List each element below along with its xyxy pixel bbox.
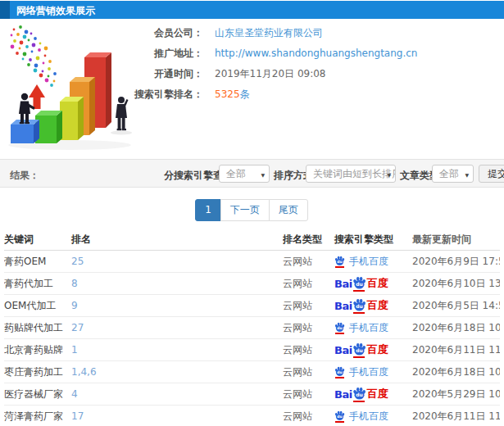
keyword-cell: 枣庄膏药加工 (4, 365, 70, 379)
rank-link[interactable]: 4 (71, 388, 78, 400)
rank-link[interactable]: 17 (71, 410, 84, 422)
keyword-cell: 医疗器械厂家 (4, 387, 70, 401)
chevron-down-icon: ▼ (261, 172, 265, 178)
confetti-dots (11, 25, 57, 87)
rank-link[interactable]: 25 (71, 256, 84, 267)
engine-select-value: 全部 (226, 167, 246, 181)
engine-cell: du 手机百度 (328, 255, 412, 269)
engine-cell: Bai du 百度 (328, 387, 412, 402)
svg-text:du: du (356, 281, 363, 287)
baidu-paw-icon: du (352, 298, 366, 312)
chevron-down-icon: ▼ (387, 172, 391, 178)
sort-select[interactable]: 关键词由短到长排序 ▼ (306, 165, 396, 183)
rank-cell: 4 (70, 388, 283, 400)
baidu-logo: Bai du 百度 (334, 387, 388, 402)
rank-link[interactable]: 1,4,6 (71, 366, 97, 378)
svg-text:du: du (356, 392, 363, 397)
baidu-paw-icon: du (334, 322, 345, 333)
rank-type-cell: 云网站 (283, 365, 328, 379)
keyword-cell: 药贴牌代加工 (4, 321, 70, 335)
rank-type-cell: 云网站 (283, 343, 328, 357)
mobile-baidu-logo: du 手机百度 (334, 255, 388, 269)
filter-bar: 结果： 分搜索引擎查看 全部 ▼ 排序方式 关键词由短到长排序 ▼ 文章类型 全… (0, 159, 504, 188)
pagination: 1 下一页 尾页 (0, 199, 504, 221)
page-last-button[interactable]: 尾页 (269, 199, 308, 221)
baidu-paw-icon: du (334, 366, 345, 377)
svg-text:du: du (356, 347, 363, 353)
time-cell: 2020年6月18日 10:25 (412, 321, 500, 335)
time-cell: 2020年6月11日 11:40 (412, 410, 500, 424)
keyword-cell: 膏药代加工 (4, 277, 70, 291)
baidu-logo: Bai du 百度 (334, 276, 388, 292)
time-cell: 2020年6月9日 17:50 (412, 255, 500, 269)
keyword-cell: 北京膏药贴牌 (4, 343, 70, 357)
rank-cell: 25 (70, 256, 283, 267)
rank-type-cell: 云网站 (283, 410, 328, 424)
rank-link[interactable]: 8 (71, 278, 78, 289)
rank-link[interactable]: 27 (71, 322, 84, 333)
promo-url-label: 推广地址： (115, 48, 203, 59)
table-header-row: 关键词 排名 排名类型 搜索引擎类型 最新更新时间 (4, 229, 500, 251)
svg-text:du: du (356, 303, 363, 309)
time-cell: 2020年6月18日 10:19 (412, 365, 500, 379)
engine-cell: Bai du 百度 (328, 342, 412, 358)
mobile-baidu-logo: du 手机百度 (334, 321, 388, 335)
mobile-baidu-logo: du 手机百度 (334, 365, 388, 379)
rank-link[interactable]: 1 (71, 344, 78, 356)
table-row: 医疗器械厂家 4 云网站 Bai du 百度 2020年5月29日 10:32 (4, 383, 500, 406)
info-row-url: 推广地址： http://www.shandonghuangshengtang.… (115, 48, 500, 59)
rank-type-cell: 云网站 (283, 321, 328, 335)
engine-select[interactable]: 全部 ▼ (219, 165, 270, 183)
table-row: 北京膏药贴牌 1 云网站 Bai du 百度 2020年6月11日 11:18 (4, 339, 500, 361)
mobile-baidu-logo: du 手机百度 (334, 410, 388, 424)
article-type-select[interactable]: 全部 ▼ (432, 165, 474, 183)
engine-cell: Bai du 百度 (328, 298, 412, 314)
floor-shadow (111, 131, 132, 135)
promo-url-link[interactable]: http://www.shandonghuangshengtang.cn (215, 48, 417, 59)
businessman-left (19, 93, 35, 124)
rank-cell: 1,4,6 (70, 366, 283, 378)
sort-select-value: 关键词由短到长排序 (313, 167, 396, 181)
table-row: OEM代加工 9 云网站 Bai du 百度 2020年6月5日 14:57 (4, 295, 500, 317)
info-row-company: 会员公司： 山东皇圣堂药业有限公司 (115, 28, 500, 39)
company-link[interactable]: 山东皇圣堂药业有限公司 (215, 28, 323, 39)
baidu-logo: Bai du 百度 (334, 342, 388, 358)
info-section: 会员公司： 山东皇圣堂药业有限公司 推广地址： http://www.shand… (115, 28, 500, 110)
page-next-button[interactable]: 下一页 (220, 199, 270, 221)
engine-rank-label: 搜索引擎排名： (115, 89, 203, 100)
rank-cell: 8 (70, 278, 283, 289)
rank-cell: 9 (70, 300, 283, 311)
rank-link[interactable]: 9 (71, 300, 78, 311)
rank-cell: 1 (70, 344, 283, 356)
title-bar: 网络营销效果展示 (0, 1, 504, 19)
page-title: 网络营销效果展示 (16, 4, 95, 18)
table-row: 枣庄膏药加工 1,4,6 云网站 du 手机百度 2020年6月18日 10:1… (4, 361, 500, 383)
company-label: 会员公司： (115, 28, 203, 39)
engine-cell: du 手机百度 (328, 321, 412, 335)
table-row: 药贴牌代加工 27 云网站 du 手机百度 2020年6月18日 10:25 (4, 317, 500, 339)
svg-text:du: du (337, 370, 343, 374)
time-cell: 2020年6月5日 14:57 (412, 299, 500, 313)
baidu-paw-icon: du (334, 256, 345, 266)
table-row: 膏药OEM 25 云网站 du 手机百度 2020年6月9日 17:50 (4, 251, 500, 273)
submit-button[interactable]: 提交 (479, 165, 504, 183)
rank-type-cell: 云网站 (283, 255, 328, 269)
info-row-rank-count: 搜索引擎排名： 5325条 (115, 89, 500, 100)
rank-cell: 27 (70, 322, 283, 333)
svg-text:du: du (337, 326, 343, 330)
bar-yellow (60, 97, 84, 140)
header-keyword: 关键词 (4, 233, 70, 247)
keyword-cell: 膏药OEM (4, 255, 70, 269)
baidu-logo: Bai du 百度 (334, 298, 388, 314)
svg-text:du: du (337, 260, 343, 264)
rank-cell: 17 (70, 410, 283, 422)
rank-count: 5325 (215, 88, 240, 100)
baidu-paw-icon: du (352, 276, 366, 290)
info-row-open-time: 开通时间： 2019年11月20日 09:08 (115, 69, 500, 79)
title-bar-accent (0, 1, 10, 19)
keyword-cell: 菏泽膏药厂家 (4, 410, 70, 424)
page-current-button[interactable]: 1 (195, 199, 221, 221)
header-rank: 排名 (70, 233, 283, 247)
rank-unit: 条 (240, 88, 250, 100)
keyword-cell: OEM代加工 (4, 299, 70, 313)
